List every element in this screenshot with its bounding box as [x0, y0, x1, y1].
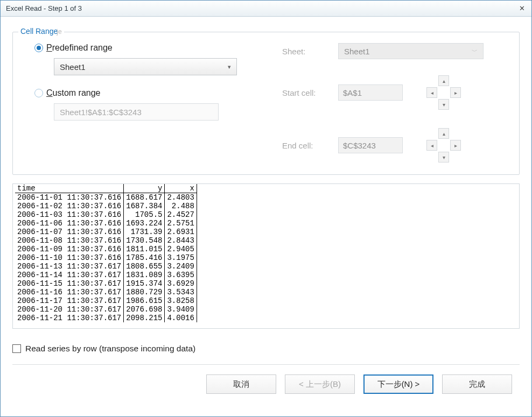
arrow-down-icon[interactable]: ▾: [438, 99, 449, 110]
chevron-down-icon: ▾: [228, 63, 231, 70]
sheet-select-value: Sheet1: [60, 62, 86, 72]
next-button[interactable]: 下一步(N) >: [363, 374, 433, 394]
arrow-left-icon[interactable]: ◂: [426, 87, 437, 98]
arrow-down-icon[interactable]: ▾: [438, 152, 449, 162]
window-title: Excel Read - Step 1 of 3: [6, 4, 515, 12]
cancel-button[interactable]: 取消: [206, 374, 276, 394]
dialog-content: Cell Rangeje Predefined range Sheet1 ▾ C…: [1, 17, 531, 405]
custom-range-radio[interactable]: Custom range: [34, 88, 282, 98]
start-cell-input: $A$1: [338, 84, 403, 101]
end-cell-value: $C$3243: [343, 141, 376, 150]
radio-label: Custom range: [46, 88, 101, 98]
legend-text: Cell Range: [20, 27, 58, 36]
predefined-range-radio[interactable]: Predefined range: [34, 43, 282, 53]
transpose-label: Read series by row (transpose incoming d…: [25, 344, 195, 354]
arrow-left-icon[interactable]: ◂: [426, 140, 437, 151]
close-icon[interactable]: ✕: [515, 3, 528, 14]
arrow-up-icon[interactable]: ▴: [438, 75, 449, 86]
end-cell-dpad: ▴ ◂ ▸ ▾: [426, 128, 461, 162]
arrow-up-icon[interactable]: ▴: [438, 128, 449, 139]
title-bar: Excel Read - Step 1 of 3 ✕: [1, 1, 531, 17]
button-bar: 取消 < 上一步(B) 下一步(N) > 完成: [12, 365, 520, 398]
radio-icon: [34, 89, 43, 97]
back-button: < 上一步(B): [285, 374, 355, 394]
sheet-row: Sheet: Sheet1 ﹀: [282, 43, 507, 59]
custom-range-input[interactable]: Sheet1!$A$1:$C$3243: [54, 103, 219, 121]
arrow-right-icon[interactable]: ▸: [450, 140, 461, 151]
checkbox-icon: [12, 344, 21, 353]
start-cell-label: Start cell:: [282, 88, 331, 97]
sheet-display-combo: Sheet1 ﹀: [338, 43, 484, 59]
end-cell-input: $C$3243: [338, 137, 403, 153]
right-column: Sheet: Sheet1 ﹀ Start cell: $A$1 ▴ ◂ ▸: [282, 43, 507, 162]
finish-button[interactable]: 完成: [442, 374, 512, 394]
preview-table: timeyx2006-11-01 11:30:37.6161688.6172.4…: [15, 184, 197, 322]
legend-stray: je: [57, 28, 61, 36]
chevron-down-icon: ﹀: [472, 47, 478, 55]
start-cell-row: Start cell: $A$1 ▴ ◂ ▸ ▾: [282, 75, 507, 110]
transpose-checkbox[interactable]: Read series by row (transpose incoming d…: [12, 344, 520, 354]
custom-range-value: Sheet1!$A$1:$C$3243: [60, 108, 142, 117]
left-column: Predefined range Sheet1 ▾ Custom range S…: [34, 43, 282, 162]
sheet-label: Sheet:: [282, 47, 331, 56]
cell-range-fieldset: Cell Rangeje Predefined range Sheet1 ▾ C…: [12, 32, 520, 175]
sheet-select[interactable]: Sheet1 ▾: [54, 58, 237, 75]
radio-label: Predefined range: [46, 43, 113, 53]
arrow-right-icon[interactable]: ▸: [450, 87, 461, 98]
fieldset-legend: Cell Rangeje: [18, 27, 64, 36]
start-cell-value: $A$1: [343, 88, 362, 97]
end-cell-label: End cell:: [282, 141, 331, 150]
sheet-display-value: Sheet1: [344, 47, 370, 56]
preview-scroll[interactable]: timeyx2006-11-01 11:30:37.6161688.6172.4…: [13, 184, 519, 328]
radio-icon: [34, 44, 43, 52]
start-cell-dpad: ▴ ◂ ▸ ▾: [426, 75, 461, 110]
end-cell-row: End cell: $C$3243 ▴ ◂ ▸ ▾: [282, 128, 507, 162]
data-preview: timeyx2006-11-01 11:30:37.6161688.6172.4…: [12, 183, 520, 329]
